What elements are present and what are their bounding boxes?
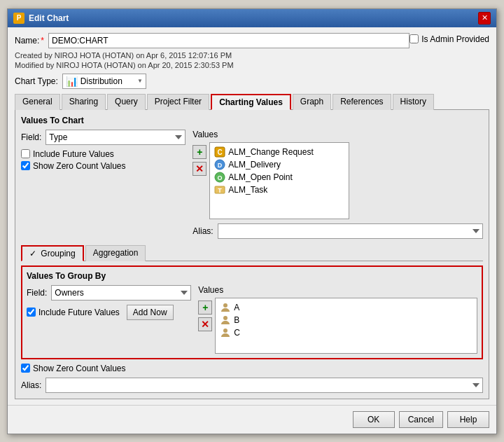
chart-field-select[interactable]: Type xyxy=(46,130,186,145)
group-value-b: B xyxy=(234,315,239,325)
values-label: Values xyxy=(192,130,483,139)
show-zero-checkbox[interactable] xyxy=(21,161,30,170)
delivery-icon: D xyxy=(214,159,225,170)
cancel-button[interactable]: Cancel xyxy=(399,411,443,428)
is-admin-label: Is Admin Provided xyxy=(421,34,489,44)
group-show-zero-label: Show Zero Count Values xyxy=(33,364,126,373)
grouping-values-box: A B xyxy=(215,298,477,354)
required-star: * xyxy=(41,36,44,46)
created-by-text: Created by NIROJ HOTA (HOTAN) on Apr 6, … xyxy=(15,51,410,60)
remove-value-btn[interactable]: ✕ xyxy=(192,162,206,176)
chart-field-label: Field: xyxy=(21,132,41,142)
name-input[interactable] xyxy=(48,33,410,48)
group-include-future-label: Include Future Values xyxy=(38,308,120,317)
values-to-chart-label: Values To Chart xyxy=(21,116,483,125)
chart-type-icon: 📊 xyxy=(66,76,78,87)
value-item[interactable]: O ALM_Open Point xyxy=(213,171,346,184)
group-field-label: Field: xyxy=(27,288,47,298)
task-icon: T xyxy=(214,184,225,195)
group-alias-label: Alias: xyxy=(21,380,41,390)
add-value-btn[interactable]: + xyxy=(192,145,206,159)
tab-sharing[interactable]: Sharing xyxy=(62,94,106,110)
is-admin-checkbox[interactable] xyxy=(410,34,419,43)
grouping-checkmark: ✓ xyxy=(29,249,36,258)
values-box: C ALM_Change Request D ALM_Delivery xyxy=(209,142,349,219)
tab-history[interactable]: History xyxy=(393,94,434,110)
group-values-controls: + ✕ xyxy=(198,298,212,331)
values-to-group-label: Values To Group By xyxy=(27,271,477,281)
alias-select[interactable] xyxy=(218,223,483,239)
group-value-item[interactable]: A xyxy=(218,301,474,314)
chart-type-arrow: ▼ xyxy=(137,78,143,84)
tabs-row: General Sharing Query Project Filter Cha… xyxy=(15,93,489,110)
group-add-btn[interactable]: + xyxy=(198,301,212,315)
add-now-button[interactable]: Add Now xyxy=(127,305,174,320)
tab-graph[interactable]: Graph xyxy=(293,94,331,110)
include-future-label: Include Future Values xyxy=(33,149,114,159)
alias-label: Alias: xyxy=(192,226,213,236)
include-future-checkbox[interactable] xyxy=(21,149,30,158)
tab-general[interactable]: General xyxy=(15,94,60,110)
group-value-item[interactable]: C xyxy=(218,326,474,339)
subtab-grouping[interactable]: ✓ Grouping xyxy=(21,245,84,261)
title-bar: P Edit Chart ✕ xyxy=(8,9,496,27)
dialog-title: Edit Chart xyxy=(29,13,69,23)
open-point-icon: O xyxy=(214,172,225,183)
ok-button[interactable]: OK xyxy=(353,411,395,428)
value-delivery: ALM_Delivery xyxy=(228,160,281,170)
edit-chart-dialog: P Edit Chart ✕ Name: * Created by NIROJ … xyxy=(7,8,497,434)
group-remove-btn[interactable]: ✕ xyxy=(198,317,212,331)
svg-text:O: O xyxy=(218,174,223,181)
group-alias-select[interactable] xyxy=(46,378,483,393)
show-zero-label: Show Zero Count Values xyxy=(33,161,126,171)
subtab-grouping-label: Grouping xyxy=(41,249,75,258)
tab-content: Values To Chart Field: Type Include Futu… xyxy=(15,110,489,399)
group-value-a: A xyxy=(234,303,239,312)
user-b-icon xyxy=(220,315,231,326)
app-icon: P xyxy=(13,13,24,24)
subtabs-row: ✓ Grouping Aggregation xyxy=(21,244,483,261)
value-item[interactable]: C ALM_Change Request xyxy=(213,146,346,158)
value-change-request: ALM_Change Request xyxy=(228,147,313,157)
group-values-label: Values xyxy=(198,285,477,295)
change-request-icon: C xyxy=(214,146,225,158)
dialog-footer: OK Cancel Help xyxy=(8,405,496,434)
tab-project-filter[interactable]: Project Filter xyxy=(147,94,209,110)
svg-text:D: D xyxy=(218,162,223,169)
tab-query[interactable]: Query xyxy=(107,94,146,110)
chart-type-select[interactable]: 📊 Distribution ▼ xyxy=(62,74,146,89)
value-item[interactable]: T ALM_Task xyxy=(213,184,346,196)
svg-point-10 xyxy=(223,329,227,333)
group-include-future-checkbox[interactable] xyxy=(27,308,36,317)
svg-text:C: C xyxy=(218,149,223,156)
svg-point-9 xyxy=(223,316,227,320)
name-label: Name: xyxy=(15,36,39,46)
group-show-zero-checkbox[interactable] xyxy=(21,364,30,373)
grouping-section: Values To Group By Field: Owners Include… xyxy=(21,265,483,359)
value-task: ALM_Task xyxy=(228,185,267,195)
tab-charting-values[interactable]: Charting Values xyxy=(211,94,291,110)
chart-type-label: Chart Type: xyxy=(15,76,58,86)
group-value-c: C xyxy=(234,328,240,338)
tab-references[interactable]: References xyxy=(332,94,391,110)
group-field-select[interactable]: Owners xyxy=(51,285,191,301)
chart-type-value: Distribution xyxy=(80,76,134,86)
group-value-item[interactable]: B xyxy=(218,314,474,326)
value-item[interactable]: D ALM_Delivery xyxy=(213,158,346,171)
help-button[interactable]: Help xyxy=(447,411,489,428)
user-a-icon xyxy=(220,302,231,313)
modified-by-text: Modified by NIROJ HOTA (HOTAN) on Apr 20… xyxy=(15,61,410,69)
svg-text:T: T xyxy=(218,187,223,194)
subtab-aggregation[interactable]: Aggregation xyxy=(85,245,146,261)
value-open-point: ALM_Open Point xyxy=(228,172,292,182)
close-button[interactable]: ✕ xyxy=(478,12,491,25)
user-c-icon xyxy=(220,327,231,338)
svg-point-8 xyxy=(223,303,227,308)
values-controls: + ✕ xyxy=(192,142,206,176)
